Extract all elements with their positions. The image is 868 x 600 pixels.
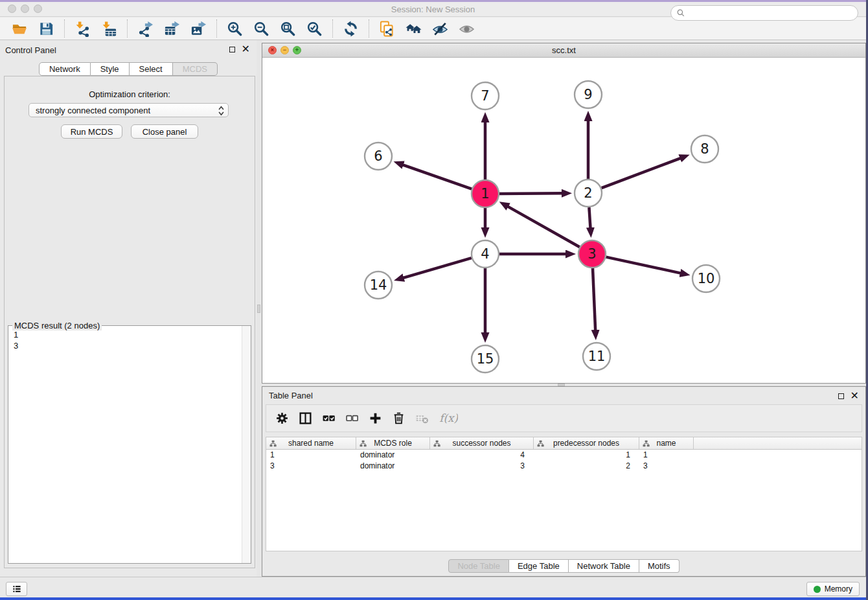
edge-2-3[interactable] [589,207,590,228]
show-all-button[interactable] [453,19,480,38]
first-neighbors-button[interactable] [400,19,427,38]
run-mcds-button[interactable]: Run MCDS [61,124,122,139]
create-column-button[interactable] [369,411,382,425]
column-header-successor-nodes[interactable]: successor nodes [430,437,534,449]
svg-text:2: 2 [584,185,592,201]
optimization-criterion-label: Optimization criterion: [5,89,255,99]
zoom-out-button[interactable] [248,19,275,38]
edge-4-14[interactable] [403,258,472,278]
column-header-predecessor-nodes[interactable]: predecessor nodes [534,437,639,449]
app-window: Session: New Session Control Panel ✕ Net… [0,2,866,597]
table-mode-button[interactable] [275,411,289,425]
edge-3-10[interactable] [606,257,681,273]
checked-boxes-icon [322,411,336,425]
table-row[interactable]: 1dominator411 [266,450,862,461]
export-network-button[interactable] [132,19,159,38]
zoom-selected-button[interactable] [301,19,328,38]
table-cell: 1 [639,450,694,461]
graph-node-9[interactable]: 9 [575,81,602,108]
graph-node-14[interactable]: 14 [365,271,392,299]
edge-1-6[interactable] [403,165,472,189]
graph-node-15[interactable]: 15 [472,345,499,373]
graph-node-11[interactable]: 11 [583,343,610,370]
close-table-panel-icon[interactable]: ✕ [851,392,859,400]
network-window-titlebar[interactable]: × − + scc.txt [262,43,865,58]
edge-3-11[interactable] [593,268,595,330]
column-header-name[interactable]: name [639,437,694,449]
edge-3-1[interactable] [508,207,580,248]
zoom-selected-icon [306,21,323,37]
window-controls[interactable] [8,5,42,13]
memory-button[interactable]: Memory [806,582,860,596]
open-session-button[interactable] [6,19,33,38]
graph-node-3[interactable]: 3 [578,240,606,268]
apply-layout-button[interactable] [337,19,364,38]
toolbar-separator [369,19,369,38]
import-table-button[interactable] [96,19,122,38]
close-view-button[interactable]: × [268,46,277,54]
tab-mcds[interactable]: MCDS [173,62,218,76]
tab-network[interactable]: Network [39,62,91,76]
tab-select[interactable]: Select [130,62,173,76]
show-panels-button[interactable] [6,582,27,596]
table-row[interactable]: 3dominator323 [266,461,862,472]
splitter-grip[interactable] [257,305,260,313]
minimize-window-button[interactable] [21,5,29,13]
result-line: 3 [14,340,18,351]
graph-node-7[interactable]: 7 [472,82,499,110]
search-field[interactable] [670,5,858,21]
zoom-window-button[interactable] [34,5,42,13]
column-header-label: successor nodes [452,439,510,448]
save-session-button[interactable] [33,19,60,38]
criterion-dropdown[interactable]: strongly connected component [29,103,229,117]
maximize-view-button[interactable]: + [293,46,301,54]
graph-node-2[interactable]: 2 [575,179,602,207]
close-panel-button[interactable]: Close panel [131,124,198,139]
column-header-label: MCDS role [374,439,412,448]
graph-node-10[interactable]: 10 [692,265,720,292]
delete-columns-button[interactable] [392,411,405,425]
import-network-button[interactable] [69,19,96,38]
float-table-panel-icon[interactable] [838,393,844,399]
zoom-in-button[interactable] [222,19,248,38]
graph-node-4[interactable]: 4 [472,240,499,268]
edge-2-8[interactable] [602,158,681,188]
tree-icon [643,440,650,447]
column-header-shared-name[interactable]: shared name [266,437,356,449]
tab-motifs[interactable]: Motifs [639,559,680,573]
tab-node-table[interactable]: Node Table [448,559,509,573]
mcds-result-title: MCDS result (2 nodes) [12,321,102,330]
table-cell: dominator [356,450,430,461]
close-panel-icon[interactable]: ✕ [242,45,250,53]
result-scrollbar[interactable] [242,326,251,563]
column-header-mcds-role[interactable]: MCDS role [356,437,430,449]
memory-label: Memory [825,584,852,594]
graph-node-8[interactable]: 8 [691,135,718,163]
table-panel: Table Panel ✕ f(x) shared nameMCDS roles… [262,386,866,577]
network-canvas[interactable]: 7968124314101511 [262,58,865,383]
zoom-fit-button[interactable] [275,19,301,38]
panel-splitter[interactable] [257,40,262,577]
unselect-all-columns-button[interactable] [345,411,359,425]
graph-node-6[interactable]: 6 [365,143,392,170]
export-image-button[interactable] [185,19,212,38]
export-table-icon [164,21,180,37]
search-input[interactable] [689,8,852,18]
float-panel-icon[interactable] [229,47,235,52]
toolbar-separator [332,19,333,38]
close-window-button[interactable] [8,5,16,13]
tab-network-table[interactable]: Network Table [569,559,639,573]
select-all-columns-button[interactable] [322,411,336,425]
tab-style[interactable]: Style [91,62,130,76]
export-table-button[interactable] [159,19,185,38]
hide-selected-button[interactable] [427,19,453,38]
tree-icon [537,440,544,447]
tab-edge-table[interactable]: Edge Table [509,559,569,573]
table-cell: 3 [266,461,356,472]
edge-1-2[interactable] [499,193,562,194]
new-network-from-selection-button[interactable] [374,19,400,38]
show-column-panel-button[interactable] [299,411,312,425]
minimize-view-button[interactable]: − [280,46,289,54]
tree-icon [433,440,440,447]
graph-node-1[interactable]: 1 [472,180,499,207]
